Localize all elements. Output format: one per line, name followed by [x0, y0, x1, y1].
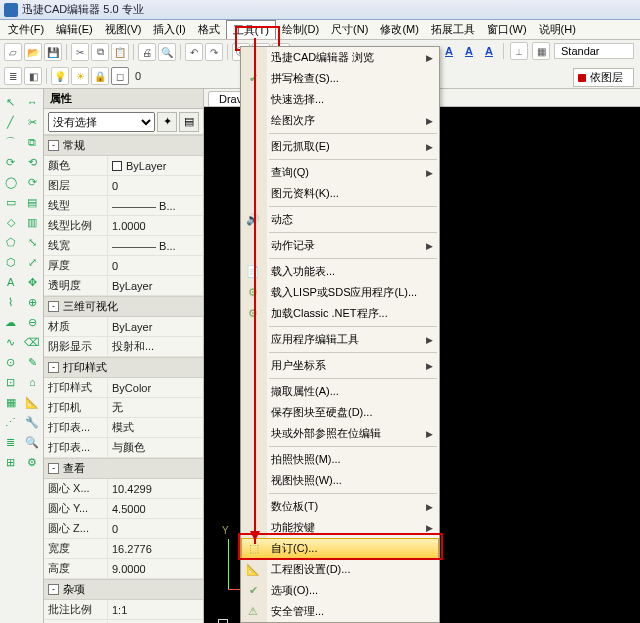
prop-value[interactable]: ByLayer	[108, 276, 203, 295]
modify-tool-6[interactable]: ▥	[23, 213, 41, 231]
draw-tool-14[interactable]: ⊡	[2, 373, 20, 391]
menuitem-工程图设置[interactable]: 📐工程图设置(D)...	[241, 559, 439, 580]
prop-row[interactable]: 阴影显示投射和...	[44, 337, 203, 357]
draw-tool-3[interactable]: ⟳	[2, 153, 20, 171]
A-icon[interactable]: A	[441, 43, 457, 59]
preview-icon[interactable]: 🔍	[158, 43, 176, 61]
layer-color-select[interactable]: 依图层	[573, 68, 634, 87]
prop-row[interactable]: 圆心 X...10.4299	[44, 479, 203, 499]
cut-icon[interactable]: ✂	[71, 43, 89, 61]
menuitem-快速选择[interactable]: 快速选择...	[241, 89, 439, 110]
draw-tool-8[interactable]: ⬡	[2, 253, 20, 271]
modify-tool-7[interactable]: ⤡	[23, 233, 41, 251]
menuitem-拍照快照[interactable]: 拍照快照(M)...	[241, 449, 439, 470]
menuitem-绘图次序[interactable]: 绘图次序▶	[241, 110, 439, 131]
menuitem-选项[interactable]: ✔选项(O)...	[241, 580, 439, 601]
modify-tool-17[interactable]: 🔍	[23, 433, 41, 451]
new-icon[interactable]: ▱	[4, 43, 22, 61]
menuitem-块或外部参照在位编辑[interactable]: 块或外部参照在位编辑▶	[241, 423, 439, 444]
menu-绘制[interactable]: 绘制(D)	[276, 20, 325, 39]
draw-tool-9[interactable]: A	[2, 273, 20, 291]
prop-value[interactable]: 无	[108, 398, 203, 417]
menuitem-查询[interactable]: 查询(Q)▶	[241, 162, 439, 183]
prop-value[interactable]: 1:1	[108, 600, 203, 619]
menuitem-用户坐标系[interactable]: 用户坐标系▶	[241, 355, 439, 376]
prop-value[interactable]: 16.2776	[108, 539, 203, 558]
modify-tool-13[interactable]: ✎	[23, 353, 41, 371]
prop-value[interactable]: ByLayer	[108, 156, 203, 175]
menuitem-数位板[interactable]: 数位板(T)▶	[241, 496, 439, 517]
modify-tool-14[interactable]: ⌂	[23, 373, 41, 391]
prop-row[interactable]: 圆心 Y...4.5000	[44, 499, 203, 519]
print-icon[interactable]: 🖨	[138, 43, 156, 61]
layer-states-icon[interactable]: ◧	[24, 67, 42, 85]
modify-tool-8[interactable]: ⤢	[23, 253, 41, 271]
draw-tool-6[interactable]: ◇	[2, 213, 20, 231]
prop-row[interactable]: 高度9.0000	[44, 559, 203, 579]
draw-tool-5[interactable]: ▭	[2, 193, 20, 211]
modify-tool-4[interactable]: ⟳	[23, 173, 41, 191]
prop-row[interactable]: 材质ByLayer	[44, 317, 203, 337]
menuitem-图元资料[interactable]: 图元资料(K)...	[241, 183, 439, 204]
modify-tool-15[interactable]: 📐	[23, 393, 41, 411]
draw-tool-7[interactable]: ⬠	[2, 233, 20, 251]
menuitem-动作记录[interactable]: 动作记录▶	[241, 235, 439, 256]
menuitem-载入LISP或SDS应用程序[interactable]: ⚙载入LISP或SDS应用程序(L)...	[241, 282, 439, 303]
draw-tool-2[interactable]: ⌒	[2, 133, 20, 151]
draw-tool-12[interactable]: ∿	[2, 333, 20, 351]
menuitem-功能按键[interactable]: 功能按键▶	[241, 517, 439, 538]
prop-row[interactable]: 打印机无	[44, 398, 203, 418]
menu-文件[interactable]: 文件(F)	[2, 20, 50, 39]
draw-tool-10[interactable]: ⌇	[2, 293, 20, 311]
sun-icon[interactable]: ☀	[71, 67, 89, 85]
menuitem-应用程序编辑工具[interactable]: 应用程序编辑工具▶	[241, 329, 439, 350]
prop-group-三维可视化[interactable]: -三维可视化	[44, 296, 203, 317]
menuitem-动态[interactable]: 🔊动态	[241, 209, 439, 230]
dim-icon[interactable]: ⟂	[510, 42, 528, 60]
menuitem-安全管理[interactable]: ⚠安全管理...	[241, 601, 439, 622]
prop-value[interactable]: 投射和...	[108, 337, 203, 356]
menuitem-撷取属性[interactable]: 撷取属性(A)...	[241, 381, 439, 402]
A-icon-2[interactable]: A	[461, 43, 477, 59]
modify-tool-11[interactable]: ⊖	[23, 313, 41, 331]
draw-tool-0[interactable]: ↖	[2, 93, 20, 111]
layer-props-icon[interactable]: ≣	[4, 67, 22, 85]
menu-视图[interactable]: 视图(V)	[99, 20, 148, 39]
prop-row[interactable]: 打印表...模式	[44, 418, 203, 438]
prop-group-查看[interactable]: -查看	[44, 458, 203, 479]
prop-value[interactable]: 10.4299	[108, 479, 203, 498]
prop-value[interactable]: 0	[108, 519, 203, 538]
prop-value[interactable]: 模式	[108, 418, 203, 437]
draw-tool-15[interactable]: ▦	[2, 393, 20, 411]
quick-select-button[interactable]: ✦	[157, 112, 177, 132]
menu-工具[interactable]: 工具(T)	[226, 20, 276, 39]
modify-tool-2[interactable]: ⧉	[23, 133, 41, 151]
undo-icon[interactable]: ↶	[185, 43, 203, 61]
modify-tool-1[interactable]: ✂	[23, 113, 41, 131]
menuitem-拼写检查[interactable]: ✔拼写检查(S)...	[241, 68, 439, 89]
prop-group-常规[interactable]: -常规	[44, 135, 203, 156]
prop-row[interactable]: 批注比例1:1	[44, 600, 203, 620]
prop-row[interactable]: 打印样式ByColor	[44, 378, 203, 398]
draw-tool-17[interactable]: ≣	[2, 433, 20, 451]
modify-tool-0[interactable]: ↔	[23, 93, 41, 111]
menu-尺寸[interactable]: 尺寸(N)	[325, 20, 374, 39]
prop-row[interactable]: 厚度0	[44, 256, 203, 276]
menuitem-迅捷CAD编辑器 浏览[interactable]: 迅捷CAD编辑器 浏览▶	[241, 47, 439, 68]
prop-row[interactable]: 圆心 Z...0	[44, 519, 203, 539]
draw-tool-1[interactable]: ╱	[2, 113, 20, 131]
paste-icon[interactable]: 📋	[111, 43, 129, 61]
menu-格式[interactable]: 格式	[192, 20, 226, 39]
prop-value[interactable]: 0	[108, 256, 203, 275]
menuitem-图元抓取[interactable]: 图元抓取(E)▶	[241, 136, 439, 157]
open-icon[interactable]: 📂	[24, 43, 42, 61]
menu-拓展工具[interactable]: 拓展工具	[425, 20, 481, 39]
prop-value[interactable]: ———— B...	[108, 236, 203, 255]
prop-row[interactable]: 打印表...与颜色	[44, 438, 203, 458]
table-icon[interactable]: ▦	[532, 42, 550, 60]
prop-row[interactable]: 宽度16.2776	[44, 539, 203, 559]
modify-tool-18[interactable]: ⚙	[23, 453, 41, 471]
menu-修改[interactable]: 修改(M)	[374, 20, 425, 39]
modify-tool-10[interactable]: ⊕	[23, 293, 41, 311]
prop-group-杂项[interactable]: -杂项	[44, 579, 203, 600]
